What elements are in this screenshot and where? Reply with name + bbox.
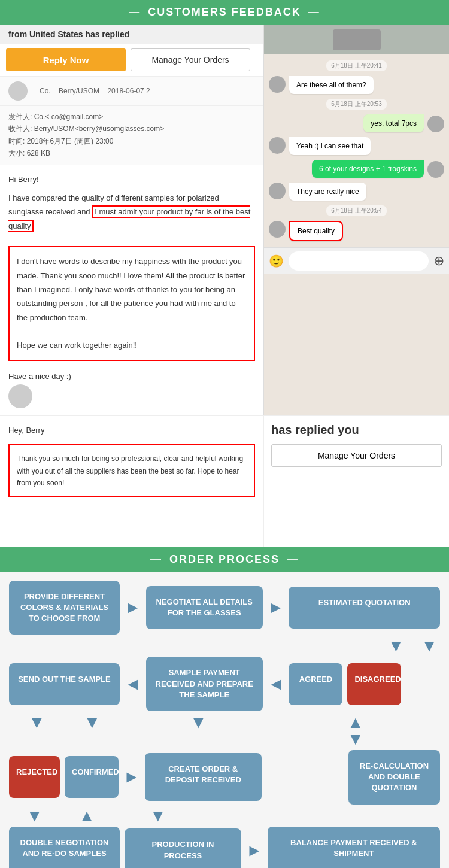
process-layout: PROVIDE DIFFERENT COLORS & MATERIALS TO …: [0, 572, 449, 868]
time-label: 时间:: [8, 137, 25, 145]
chat-timestamp-1: 6月18日 上午20:41: [326, 60, 387, 71]
process-row-a: PROVIDE DIFFERENT COLORS & MATERIALS TO …: [9, 581, 440, 635]
box-disagreed: DISAGREED: [347, 663, 401, 705]
chat-msg-1: Are these all of them?: [289, 76, 374, 94]
email-from-text: from United States has replied: [8, 29, 129, 39]
sign-avatar-row: [8, 384, 255, 408]
box-send: SEND OUT THE SAMPLE: [9, 663, 120, 705]
feedback-quote-box: I don't have words to describe my happin…: [8, 246, 255, 361]
feedback-para2: Hope we can work together again!!: [17, 338, 247, 352]
box-create-order: CREATE ORDER & DEPOSIT RECEIVED: [145, 753, 262, 801]
to-label: 收件人:: [8, 125, 32, 133]
to-value: Berry/USOM<berry@usomglasses.com>: [34, 125, 165, 133]
arrow-g1: ►: [246, 841, 263, 860]
box-rejected: REJECTED: [9, 756, 60, 798]
email-body: Hi Berry! I have compared the quality of…: [0, 165, 263, 241]
chat-avatar-2: [427, 116, 444, 132]
reply-now-button[interactable]: Reply Now: [6, 48, 126, 71]
arrow-down-confirmed: ▼: [84, 714, 101, 731]
chat-header-image: [264, 25, 449, 54]
box-sample-payment: SAMPLE PAYMENT RECEIVED AND PREPARE THE …: [146, 657, 263, 711]
order-title: ORDER PROCESS: [169, 553, 280, 566]
box-double-nego: DOUBLE NEGOTIATION AND RE-DO SAMPLES: [9, 827, 120, 868]
arrow-up-confirmed: ▲: [78, 808, 95, 824]
process-row-c: SEND OUT THE SAMPLE ► SAMPLE PAYMENT REC…: [9, 657, 440, 711]
chat-msg-5: They are really nice: [289, 183, 366, 201]
email-details: 发件人: Co.< co@gmail.com> 收件人: Berry/USOM<…: [0, 106, 263, 165]
chat-bubble-3: Yeah :) i can see that: [269, 137, 444, 155]
chat-avatar-6: [269, 221, 286, 238]
feedback-bottom: Hey, Berry Thank you so much for being s…: [0, 415, 449, 547]
chat-bubble-5: They are really nice: [269, 183, 444, 201]
feedback-bottom-right: has replied you Manage Your Orders: [263, 416, 449, 547]
arrow-down-recalc: ▼: [347, 731, 364, 748]
email-meta-name: Co.: [40, 87, 51, 95]
chat-bubble-6: Best quality: [269, 221, 444, 241]
sign-line1: Have a nice day :): [8, 372, 255, 381]
arrow-row-b: ▼ ▼: [9, 638, 440, 654]
chat-timestamp-2: 6月18日 上午20:53: [326, 99, 387, 110]
email-sign: Have a nice day :): [0, 367, 263, 415]
order-dash-right: —: [287, 553, 299, 566]
chat-bubble-2: yes, total 7pcs: [269, 114, 444, 132]
feedback-header: — CUSTOMERS FEEDBACK —: [0, 0, 449, 25]
chat-avatar-3: [269, 137, 286, 154]
arrow-c2: ►: [268, 675, 284, 694]
email-meta-date: 2018-06-07 2: [107, 87, 150, 95]
greeting2: Hey, Berry: [8, 423, 255, 437]
dash-left: —: [129, 6, 141, 19]
arrow-a1: ►: [125, 598, 141, 617]
arrow-e1: ►: [123, 767, 140, 787]
box-confirmed: CONFIRMED: [65, 756, 119, 798]
time-value: 2018年6月7日 (周四) 23:00: [27, 137, 114, 145]
from-label: 发件人:: [8, 113, 32, 121]
chat-timestamp-3: 6月18日 上午20:54: [326, 205, 387, 216]
feedback-para1: I don't have words to describe my happin…: [17, 254, 247, 324]
arrow-down-agreed: ▼: [388, 638, 405, 654]
process-row-g: DOUBLE NEGOTIATION AND RE-DO SAMPLES PRO…: [9, 827, 440, 868]
chat-bubble-1: Are these all of them?: [269, 76, 444, 94]
box-agreed: AGREED: [289, 663, 342, 705]
order-header: — ORDER PROCESS —: [0, 547, 449, 572]
has-replied-text: has replied you: [271, 423, 442, 444]
order-dash-left: —: [150, 553, 162, 566]
arrow-down-rejected: ▼: [28, 714, 45, 731]
email-meta: Co. Berry/USOM 2018-06-07 2: [0, 77, 263, 106]
chat-msg-3: Yeah :) i can see that: [289, 137, 371, 155]
chat-avatar-5: [269, 183, 286, 199]
arrow-row-f: ▼ ▲ ▼: [9, 808, 440, 824]
process-row-e: REJECTED CONFIRMED ► CREATE ORDER & DEPO…: [9, 750, 440, 805]
dash-right: —: [308, 6, 320, 19]
box-recalc: RE-CALCULATION AND DOUBLE QUOTATION: [348, 750, 440, 805]
email-meta-to: Berry/USOM: [59, 87, 99, 95]
arrow-up-recalc: ▲: [347, 714, 364, 731]
chat-emoji-icon: 🙂: [269, 254, 284, 268]
arrow-down-nego: ▼: [26, 808, 43, 824]
order-process-section: PROVIDE DIFFERENT COLORS & MATERIALS TO …: [0, 572, 449, 868]
from-value: Co.< co@gmail.com>: [34, 113, 104, 121]
email-action-bar: Reply Now Manage Your Orders: [0, 44, 263, 77]
greeting-line: Hi Berry!: [8, 172, 255, 186]
chat-messages-container: 6月18日 上午20:41 Are these all of them? 6月1…: [264, 54, 449, 247]
arrow-down-disagreed: ▼: [421, 638, 438, 654]
chat-add-icon[interactable]: ⊕: [433, 253, 444, 269]
chat-avatar-4: [427, 161, 444, 178]
box-provide: PROVIDE DIFFERENT COLORS & MATERIALS TO …: [9, 581, 120, 635]
chat-bubble-4: 6 of your designs + 1 frogskins: [269, 160, 444, 178]
size-value: 628 KB: [27, 149, 50, 157]
chat-input-bar: 🙂 ⊕: [264, 247, 449, 274]
feedback-title: CUSTOMERS FEEDBACK: [148, 6, 301, 19]
chat-msg-6: Best quality: [289, 221, 343, 241]
email-top-bar: from United States has replied: [0, 25, 263, 44]
box-production: PRODUCTION IN PROCESS: [125, 828, 241, 868]
thankyou-quote-box: Thank you so much for being so professio…: [8, 444, 255, 497]
arrow-down-create: ▼: [190, 714, 207, 748]
size-label: 大小:: [8, 149, 25, 157]
avatar: [8, 81, 28, 101]
box-balance: BALANCE PAYMENT RECEIVED & SHIPMENT: [268, 827, 440, 868]
manage-orders-button-2[interactable]: Manage Your Orders: [271, 444, 442, 467]
box-negotiate: NEGOTIATE ALL DETAILS FOR THE GLASSES: [146, 586, 263, 629]
box-estimated: ESTIMATED QUOTATION: [289, 587, 440, 629]
manage-orders-button-1[interactable]: Manage Your Orders: [131, 48, 250, 71]
arrow-row-d: ▼ ▼ ▼ ▲ ▼: [9, 714, 440, 748]
